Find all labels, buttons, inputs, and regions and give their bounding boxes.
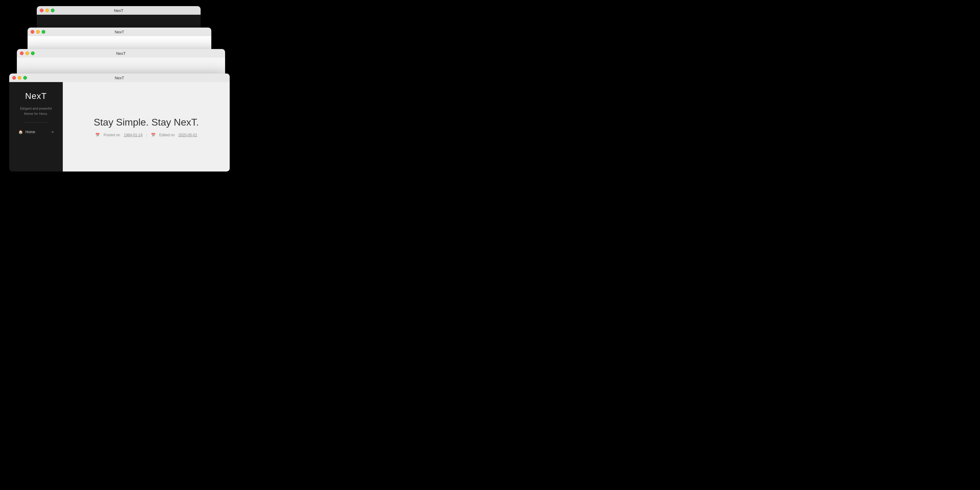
sidebar: NexT Elegant and powerful theme for Hexo… — [9, 82, 63, 172]
traffic-lights-1 — [40, 9, 54, 12]
sidebar-site-subtitle: Elegant and powerful theme for Hexo. — [15, 106, 57, 116]
window-pisces-sidebar: NexT NexT Elegant and powerful theme for… — [9, 73, 230, 172]
close-button-1[interactable] — [40, 9, 43, 12]
post-meta: 📅 Posted on 1984-01-24 | 📅 Edited on 202… — [95, 133, 197, 137]
window-title-4: NexT — [115, 76, 124, 80]
edited-label: Edited on — [159, 133, 175, 137]
sidebar-nav: 🏠 Home — [15, 127, 57, 137]
minimize-button-1[interactable] — [45, 9, 49, 12]
sidebar-nav-dot — [52, 131, 54, 133]
posted-label: Posted on — [103, 133, 120, 137]
minimize-button-4[interactable] — [18, 76, 21, 80]
posted-date: 1984-01-24 — [124, 133, 142, 137]
sidebar-nav-home[interactable]: 🏠 Home — [15, 127, 57, 137]
sidebar-site-title: NexT — [25, 91, 47, 101]
maximize-button-4[interactable] — [23, 76, 27, 80]
window-title-2: NexT — [115, 30, 124, 34]
edited-date: 2020-05-01 — [178, 133, 197, 137]
sidebar-nav-home-left: 🏠 Home — [18, 130, 35, 134]
post-title: Stay Simple. Stay NexT. — [94, 117, 199, 128]
maximize-button-2[interactable] — [41, 30, 45, 34]
main-content: Stay Simple. Stay NexT. 📅 Posted on 1984… — [63, 82, 230, 172]
maximize-button-1[interactable] — [51, 9, 54, 12]
close-button-3[interactable] — [20, 51, 24, 55]
window-title-3: NexT — [116, 51, 126, 56]
titlebar-1: NexT — [37, 6, 200, 15]
calendar-posted-icon: 📅 — [95, 133, 100, 137]
win4-body: NexT Elegant and powerful theme for Hexo… — [9, 82, 230, 172]
traffic-lights-4 — [12, 76, 27, 80]
minimize-button-3[interactable] — [25, 51, 29, 55]
titlebar-3: NexT — [17, 49, 225, 57]
traffic-lights-3 — [20, 51, 35, 55]
titlebar-4: NexT — [9, 73, 230, 82]
window-title-1: NexT — [114, 8, 123, 13]
traffic-lights-2 — [30, 30, 45, 34]
sidebar-home-label: Home — [25, 130, 35, 134]
titlebar-2: NexT — [27, 27, 211, 36]
calendar-edited-icon: 📅 — [151, 133, 156, 137]
meta-divider: | — [146, 133, 147, 137]
close-button-2[interactable] — [30, 30, 34, 34]
minimize-button-2[interactable] — [36, 30, 40, 34]
close-button-4[interactable] — [12, 76, 16, 80]
sidebar-home-icon: 🏠 — [18, 130, 23, 134]
sidebar-divider — [24, 122, 48, 123]
maximize-button-3[interactable] — [31, 51, 35, 55]
